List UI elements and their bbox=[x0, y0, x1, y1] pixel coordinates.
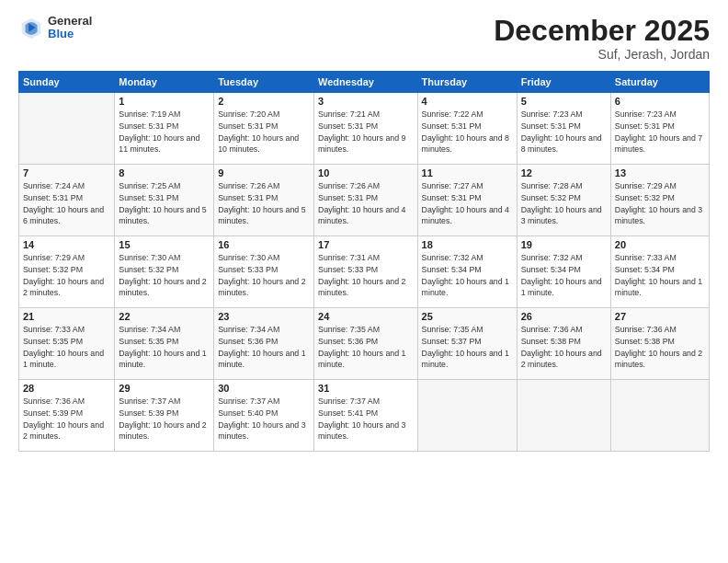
day-info: Sunrise: 7:29 AMSunset: 5:32 PMDaylight:… bbox=[615, 180, 705, 227]
day-info: Sunrise: 7:34 AMSunset: 5:35 PMDaylight:… bbox=[119, 324, 210, 371]
day-info: Sunrise: 7:33 AMSunset: 5:34 PMDaylight:… bbox=[615, 252, 705, 299]
day-info: Sunrise: 7:37 AMSunset: 5:41 PMDaylight:… bbox=[318, 396, 414, 442]
col-thursday: Thursday bbox=[417, 72, 517, 93]
day-info: Sunrise: 7:25 AMSunset: 5:31 PMDaylight:… bbox=[119, 180, 210, 227]
day-number: 3 bbox=[318, 96, 414, 107]
table-row: 20Sunrise: 7:33 AMSunset: 5:34 PMDayligh… bbox=[610, 236, 709, 308]
page-header: General Blue December 2025 Suf, Jerash, … bbox=[18, 15, 710, 62]
day-info: Sunrise: 7:31 AMSunset: 5:33 PMDaylight:… bbox=[318, 252, 414, 299]
table-row: 9Sunrise: 7:26 AMSunset: 5:31 PMDaylight… bbox=[214, 165, 314, 236]
logo-text: General Blue bbox=[48, 15, 92, 41]
table-row bbox=[517, 380, 610, 452]
table-row: 4Sunrise: 7:22 AMSunset: 5:31 PMDaylight… bbox=[417, 93, 517, 165]
day-number: 9 bbox=[218, 167, 310, 178]
day-number: 6 bbox=[615, 96, 705, 107]
table-row bbox=[610, 380, 709, 452]
calendar-table: Sunday Monday Tuesday Wednesday Thursday… bbox=[18, 71, 710, 452]
calendar-week-row: 14Sunrise: 7:29 AMSunset: 5:32 PMDayligh… bbox=[19, 236, 710, 308]
col-tuesday: Tuesday bbox=[214, 72, 314, 93]
day-number: 7 bbox=[23, 167, 110, 178]
day-number: 10 bbox=[318, 167, 414, 178]
table-row: 22Sunrise: 7:34 AMSunset: 5:35 PMDayligh… bbox=[115, 308, 214, 380]
calendar-week-row: 7Sunrise: 7:24 AMSunset: 5:31 PMDaylight… bbox=[19, 165, 710, 236]
logo: General Blue bbox=[18, 15, 92, 41]
table-row: 19Sunrise: 7:32 AMSunset: 5:34 PMDayligh… bbox=[517, 236, 610, 308]
day-number: 25 bbox=[422, 311, 513, 322]
day-info: Sunrise: 7:26 AMSunset: 5:31 PMDaylight:… bbox=[218, 180, 310, 227]
table-row: 29Sunrise: 7:37 AMSunset: 5:39 PMDayligh… bbox=[115, 380, 214, 452]
table-row: 30Sunrise: 7:37 AMSunset: 5:40 PMDayligh… bbox=[214, 380, 314, 452]
day-number: 16 bbox=[218, 239, 310, 250]
day-number: 17 bbox=[318, 239, 414, 250]
location-subtitle: Suf, Jerash, Jordan bbox=[494, 47, 710, 62]
day-info: Sunrise: 7:22 AMSunset: 5:31 PMDaylight:… bbox=[422, 109, 513, 155]
table-row: 25Sunrise: 7:35 AMSunset: 5:37 PMDayligh… bbox=[417, 308, 517, 380]
day-number: 11 bbox=[422, 167, 513, 178]
day-number: 4 bbox=[422, 96, 513, 107]
day-number: 2 bbox=[218, 96, 310, 107]
calendar-header-row: Sunday Monday Tuesday Wednesday Thursday… bbox=[19, 72, 710, 93]
day-info: Sunrise: 7:34 AMSunset: 5:36 PMDaylight:… bbox=[218, 324, 310, 371]
table-row: 24Sunrise: 7:35 AMSunset: 5:36 PMDayligh… bbox=[314, 308, 418, 380]
table-row: 10Sunrise: 7:26 AMSunset: 5:31 PMDayligh… bbox=[314, 165, 418, 236]
logo-blue: Blue bbox=[48, 28, 92, 40]
day-number: 30 bbox=[218, 383, 310, 394]
table-row: 2Sunrise: 7:20 AMSunset: 5:31 PMDaylight… bbox=[214, 93, 314, 165]
day-info: Sunrise: 7:35 AMSunset: 5:36 PMDaylight:… bbox=[318, 324, 414, 371]
table-row bbox=[19, 93, 115, 165]
day-info: Sunrise: 7:36 AMSunset: 5:39 PMDaylight:… bbox=[23, 396, 110, 442]
table-row bbox=[417, 380, 517, 452]
day-number: 13 bbox=[615, 167, 705, 178]
day-number: 27 bbox=[615, 311, 705, 322]
day-info: Sunrise: 7:30 AMSunset: 5:33 PMDaylight:… bbox=[218, 252, 310, 299]
month-title: December 2025 bbox=[494, 15, 710, 47]
table-row: 23Sunrise: 7:34 AMSunset: 5:36 PMDayligh… bbox=[214, 308, 314, 380]
calendar-week-row: 28Sunrise: 7:36 AMSunset: 5:39 PMDayligh… bbox=[19, 380, 710, 452]
day-info: Sunrise: 7:21 AMSunset: 5:31 PMDaylight:… bbox=[318, 109, 414, 155]
day-info: Sunrise: 7:23 AMSunset: 5:31 PMDaylight:… bbox=[615, 109, 705, 155]
day-info: Sunrise: 7:26 AMSunset: 5:31 PMDaylight:… bbox=[318, 180, 414, 227]
calendar-week-row: 21Sunrise: 7:33 AMSunset: 5:35 PMDayligh… bbox=[19, 308, 710, 380]
table-row: 7Sunrise: 7:24 AMSunset: 5:31 PMDaylight… bbox=[19, 165, 115, 236]
calendar-body: 1Sunrise: 7:19 AMSunset: 5:31 PMDaylight… bbox=[19, 93, 710, 452]
col-saturday: Saturday bbox=[610, 72, 709, 93]
col-monday: Monday bbox=[115, 72, 214, 93]
day-number: 20 bbox=[615, 239, 705, 250]
logo-general: General bbox=[48, 15, 92, 28]
table-row: 15Sunrise: 7:30 AMSunset: 5:32 PMDayligh… bbox=[115, 236, 214, 308]
table-row: 12Sunrise: 7:28 AMSunset: 5:32 PMDayligh… bbox=[517, 165, 610, 236]
col-wednesday: Wednesday bbox=[314, 72, 418, 93]
col-sunday: Sunday bbox=[19, 72, 115, 93]
day-number: 21 bbox=[23, 311, 110, 322]
table-row: 31Sunrise: 7:37 AMSunset: 5:41 PMDayligh… bbox=[314, 380, 418, 452]
day-number: 8 bbox=[119, 167, 210, 178]
day-info: Sunrise: 7:37 AMSunset: 5:40 PMDaylight:… bbox=[218, 396, 310, 442]
table-row: 3Sunrise: 7:21 AMSunset: 5:31 PMDaylight… bbox=[314, 93, 418, 165]
day-info: Sunrise: 7:35 AMSunset: 5:37 PMDaylight:… bbox=[422, 324, 513, 371]
day-number: 26 bbox=[521, 311, 607, 322]
table-row: 1Sunrise: 7:19 AMSunset: 5:31 PMDaylight… bbox=[115, 93, 214, 165]
table-row: 18Sunrise: 7:32 AMSunset: 5:34 PMDayligh… bbox=[417, 236, 517, 308]
day-info: Sunrise: 7:33 AMSunset: 5:35 PMDaylight:… bbox=[23, 324, 110, 371]
day-info: Sunrise: 7:29 AMSunset: 5:32 PMDaylight:… bbox=[23, 252, 110, 299]
table-row: 8Sunrise: 7:25 AMSunset: 5:31 PMDaylight… bbox=[115, 165, 214, 236]
day-number: 5 bbox=[521, 96, 607, 107]
day-info: Sunrise: 7:36 AMSunset: 5:38 PMDaylight:… bbox=[615, 324, 705, 371]
title-block: December 2025 Suf, Jerash, Jordan bbox=[494, 15, 710, 62]
day-number: 14 bbox=[23, 239, 110, 250]
table-row: 14Sunrise: 7:29 AMSunset: 5:32 PMDayligh… bbox=[19, 236, 115, 308]
day-info: Sunrise: 7:20 AMSunset: 5:31 PMDaylight:… bbox=[218, 109, 310, 155]
day-info: Sunrise: 7:36 AMSunset: 5:38 PMDaylight:… bbox=[521, 324, 607, 371]
day-info: Sunrise: 7:19 AMSunset: 5:31 PMDaylight:… bbox=[119, 109, 210, 155]
day-info: Sunrise: 7:28 AMSunset: 5:32 PMDaylight:… bbox=[521, 180, 607, 227]
day-number: 31 bbox=[318, 383, 414, 394]
table-row: 21Sunrise: 7:33 AMSunset: 5:35 PMDayligh… bbox=[19, 308, 115, 380]
table-row: 11Sunrise: 7:27 AMSunset: 5:31 PMDayligh… bbox=[417, 165, 517, 236]
day-number: 24 bbox=[318, 311, 414, 322]
day-info: Sunrise: 7:32 AMSunset: 5:34 PMDaylight:… bbox=[422, 252, 513, 299]
col-friday: Friday bbox=[517, 72, 610, 93]
table-row: 28Sunrise: 7:36 AMSunset: 5:39 PMDayligh… bbox=[19, 380, 115, 452]
day-info: Sunrise: 7:23 AMSunset: 5:31 PMDaylight:… bbox=[521, 109, 607, 155]
day-number: 15 bbox=[119, 239, 210, 250]
table-row: 26Sunrise: 7:36 AMSunset: 5:38 PMDayligh… bbox=[517, 308, 610, 380]
